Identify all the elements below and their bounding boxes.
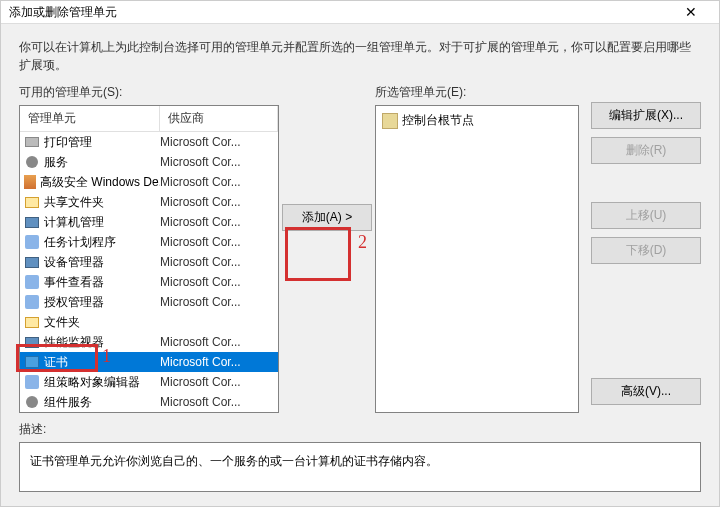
list-item-name: 打印管理: [44, 134, 92, 151]
list-item[interactable]: 设备管理器Microsoft Cor...: [20, 252, 278, 272]
list-item[interactable]: 授权管理器Microsoft Cor...: [20, 292, 278, 312]
description-section: 描述: 证书管理单元允许你浏览自己的、一个服务的或一台计算机的证书存储内容。: [1, 413, 719, 506]
list-item-vendor: Microsoft Cor...: [160, 215, 278, 229]
list-item[interactable]: 任务计划程序Microsoft Cor...: [20, 232, 278, 252]
list-item-vendor: Microsoft Cor...: [160, 255, 278, 269]
svc-icon: [24, 374, 40, 390]
shield-icon: [24, 174, 36, 190]
mon-icon: [24, 334, 40, 350]
list-item-name: 高级安全 Windows De...: [40, 174, 160, 191]
list-item-name: 文件夹: [44, 314, 80, 331]
list-item-vendor: Microsoft Cor...: [160, 135, 278, 149]
list-item-vendor: Microsoft Cor...: [160, 295, 278, 309]
available-listbox[interactable]: 管理单元 供应商 打印管理Microsoft Cor...服务Microsoft…: [19, 105, 279, 413]
header-vendor[interactable]: 供应商: [160, 106, 278, 131]
available-rows: 打印管理Microsoft Cor...服务Microsoft Cor...高级…: [20, 132, 278, 412]
add-button[interactable]: 添加(A) >: [282, 204, 372, 231]
list-item-vendor: Microsoft Cor...: [160, 355, 278, 369]
right-column: 所选管理单元(E): 控制台根节点 编辑扩展(X)... 删除(R) 上移(U)…: [375, 84, 701, 413]
right-buttons: 编辑扩展(X)... 删除(R) 上移(U) 下移(D) 高级(V)...: [591, 84, 701, 413]
intro-text: 你可以在计算机上为此控制台选择可用的管理单元并配置所选的一组管理单元。对于可扩展…: [1, 24, 719, 84]
list-item[interactable]: 证书Microsoft Cor...: [20, 352, 278, 372]
svc-icon: [24, 294, 40, 310]
move-up-button[interactable]: 上移(U): [591, 202, 701, 229]
printer-icon: [24, 134, 40, 150]
cert-icon: [24, 354, 40, 370]
header-snapin[interactable]: 管理单元: [20, 106, 160, 131]
main-area: 可用的管理单元(S): 管理单元 供应商 打印管理Microsoft Cor..…: [1, 84, 719, 413]
svc-icon: [24, 274, 40, 290]
list-item[interactable]: 事件查看器Microsoft Cor...: [20, 272, 278, 292]
list-item-name: 计算机管理: [44, 214, 104, 231]
list-item-vendor: Microsoft Cor...: [160, 235, 278, 249]
available-label: 可用的管理单元(S):: [19, 84, 279, 101]
list-item-vendor: Microsoft Cor...: [160, 175, 278, 189]
list-item-vendor: Microsoft Cor...: [160, 335, 278, 349]
titlebar: 添加或删除管理单元 ✕: [1, 1, 719, 24]
selected-label: 所选管理单元(E):: [375, 84, 579, 101]
folder-icon: [382, 113, 398, 129]
list-item-vendor: Microsoft Cor...: [160, 395, 278, 409]
list-item-name: 组策略对象编辑器: [44, 374, 140, 391]
list-item[interactable]: 文件夹: [20, 312, 278, 332]
remove-button[interactable]: 删除(R): [591, 137, 701, 164]
close-icon[interactable]: ✕: [671, 4, 711, 20]
list-item-name: 共享文件夹: [44, 194, 104, 211]
move-down-button[interactable]: 下移(D): [591, 237, 701, 264]
list-item-vendor: Microsoft Cor...: [160, 155, 278, 169]
middle-column: 添加(A) >: [287, 84, 367, 413]
list-item-name: 任务计划程序: [44, 234, 116, 251]
mon-icon: [24, 214, 40, 230]
list-item[interactable]: 高级安全 Windows De...Microsoft Cor...: [20, 172, 278, 192]
list-item-name: 性能监视器: [44, 334, 104, 351]
tree-root-label: 控制台根节点: [402, 112, 474, 129]
list-item[interactable]: 组策略对象编辑器Microsoft Cor...: [20, 372, 278, 392]
list-item-name: 服务: [44, 154, 68, 171]
list-item-name: 证书: [44, 354, 68, 371]
gear-icon: [24, 394, 40, 410]
list-item[interactable]: 打印管理Microsoft Cor...: [20, 132, 278, 152]
list-item-vendor: Microsoft Cor...: [160, 375, 278, 389]
gear-icon: [24, 154, 40, 170]
list-item-name: 设备管理器: [44, 254, 104, 271]
tree-root-item[interactable]: 控制台根节点: [380, 110, 574, 131]
list-item-name: 授权管理器: [44, 294, 104, 311]
list-item[interactable]: 服务Microsoft Cor...: [20, 152, 278, 172]
selected-listbox[interactable]: 控制台根节点: [375, 105, 579, 413]
folder-icon: [24, 194, 40, 210]
svc-icon: [24, 234, 40, 250]
window-title: 添加或删除管理单元: [9, 4, 671, 21]
add-remove-snapin-dialog: 添加或删除管理单元 ✕ 你可以在计算机上为此控制台选择可用的管理单元并配置所选的…: [0, 0, 720, 507]
mon-icon: [24, 254, 40, 270]
advanced-button[interactable]: 高级(V)...: [591, 378, 701, 405]
list-item[interactable]: 共享文件夹Microsoft Cor...: [20, 192, 278, 212]
description-label: 描述:: [19, 421, 701, 438]
list-item-name: 事件查看器: [44, 274, 104, 291]
list-item[interactable]: 计算机管理Microsoft Cor...: [20, 212, 278, 232]
list-item[interactable]: 组件服务Microsoft Cor...: [20, 392, 278, 412]
list-item-vendor: Microsoft Cor...: [160, 275, 278, 289]
list-item-name: 组件服务: [44, 394, 92, 411]
available-column: 可用的管理单元(S): 管理单元 供应商 打印管理Microsoft Cor..…: [19, 84, 279, 413]
list-item-vendor: Microsoft Cor...: [160, 195, 278, 209]
folder-icon: [24, 314, 40, 330]
description-box: 证书管理单元允许你浏览自己的、一个服务的或一台计算机的证书存储内容。: [19, 442, 701, 492]
list-item[interactable]: 性能监视器Microsoft Cor...: [20, 332, 278, 352]
edit-extensions-button[interactable]: 编辑扩展(X)...: [591, 102, 701, 129]
description-text: 证书管理单元允许你浏览自己的、一个服务的或一台计算机的证书存储内容。: [30, 454, 438, 468]
available-list-header: 管理单元 供应商: [20, 106, 278, 132]
